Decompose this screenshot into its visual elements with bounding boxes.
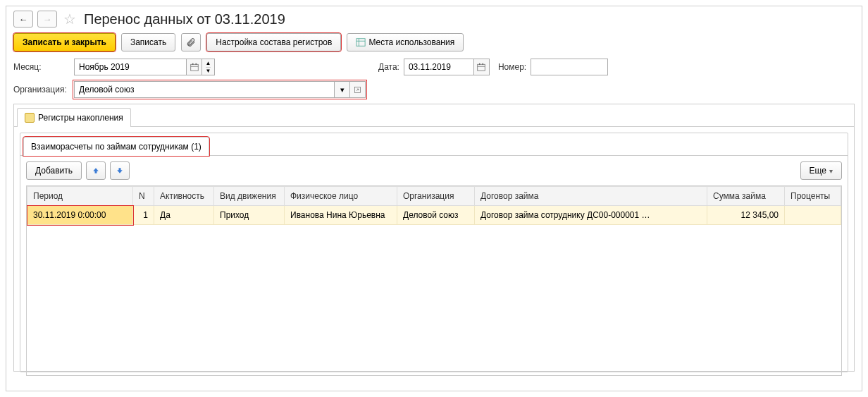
add-button[interactable]: Добавить [26,161,82,180]
col-n[interactable]: N [133,187,154,206]
data-grid[interactable]: Период N Активность Вид движения Физичес… [26,185,842,376]
save-and-close-button[interactable]: Записать и закрыть [13,33,116,51]
svg-rect-10 [483,63,484,65]
svg-rect-6 [195,63,197,65]
outer-tabs: Регистры накопления Взаиморасчеты по зай… [13,104,855,372]
cell-n[interactable]: 1 [133,206,154,225]
inner-tabs: Взаиморасчеты по займам сотрудникам (1) … [20,133,848,372]
table-row[interactable]: 30.11.2019 0:00:00 1 Да Приход Иванова Н… [27,206,841,225]
move-up-button[interactable] [86,161,106,180]
cell-active[interactable]: Да [154,206,214,225]
svg-rect-0 [356,39,365,47]
open-icon[interactable] [350,81,366,98]
svg-rect-3 [190,64,198,71]
org-input-wrap: ▾ [74,81,366,98]
col-sum[interactable]: Сумма займа [707,187,785,206]
col-period[interactable]: Период [27,187,133,206]
main-toolbar: Записать и закрыть Записать Настройка со… [13,33,855,51]
number-input[interactable] [531,59,608,75]
spinner-up-icon[interactable]: ▲ [206,59,211,68]
calendar-icon[interactable] [187,59,202,75]
tab-loan-settlements[interactable]: Взаиморасчеты по займам сотрудникам (1) [23,137,209,156]
col-active[interactable]: Активность [154,187,214,206]
outer-tab-content: Взаиморасчеты по займам сотрудникам (1) … [14,127,854,378]
cell-person[interactable]: Иванова Нина Юрьевна [285,206,397,225]
register-tab-icon [25,113,35,123]
date-calendar-icon[interactable] [474,59,490,75]
org-input[interactable] [74,81,335,98]
spinner-down-icon[interactable]: ▼ [206,68,211,75]
month-label: Месяц: [13,62,70,72]
page-title: Перенос данных от 03.11.2019 [84,11,285,28]
date-label: Дата: [378,62,399,72]
dropdown-icon[interactable]: ▾ [335,81,350,98]
arrow-up-icon [92,166,100,175]
date-input[interactable] [404,59,474,75]
cell-movement[interactable]: Приход [214,206,285,225]
save-button[interactable]: Записать [121,33,175,51]
cell-contract[interactable]: Договор займа сотруднику ДС00-000001 … [475,206,707,225]
month-input[interactable] [74,59,187,75]
col-percent[interactable]: Проценты [785,187,841,206]
back-button[interactable]: ← [13,11,33,28]
month-input-wrap: ▲▼ [74,59,215,75]
outer-tab-strip: Регистры накопления [14,104,854,127]
date-input-wrap [404,59,490,75]
star-icon[interactable]: ☆ [63,12,77,26]
svg-rect-5 [192,63,194,65]
attach-button[interactable] [181,33,201,51]
table-header-row: Период N Активность Вид движения Физичес… [27,187,841,206]
month-spinner[interactable]: ▲▼ [202,59,215,75]
col-person[interactable]: Физическое лицо [285,187,397,206]
cell-percent[interactable] [785,206,841,225]
svg-rect-9 [479,63,480,65]
number-label: Номер: [498,62,526,72]
svg-rect-7 [478,64,485,71]
usages-icon [356,37,366,47]
inner-tab-strip: Взаиморасчеты по займам сотрудникам (1) [20,133,848,156]
titlebar: ← → ☆ Перенос данных от 03.11.2019 [13,11,855,28]
usages-label: Места использования [368,37,454,47]
table: Период N Активность Вид движения Физичес… [27,186,841,225]
tab-registers-label: Регистры накопления [38,113,123,123]
cell-org[interactable]: Деловой союз [397,206,475,225]
paperclip-icon [186,37,196,47]
cell-period[interactable]: 30.11.2019 0:00:00 [27,206,133,225]
arrow-down-icon [116,166,124,175]
cell-sum[interactable]: 12 345,00 [707,206,785,225]
table-toolbar: Добавить Еще [20,156,848,185]
move-down-button[interactable] [110,161,130,180]
forward-button[interactable]: → [37,11,57,28]
configure-registers-button[interactable]: Настройка состава регистров [206,33,341,51]
tab-registers[interactable]: Регистры накопления [17,108,131,127]
window: ← → ☆ Перенос данных от 03.11.2019 Запис… [6,6,862,391]
org-label: Организация: [13,85,70,94]
more-button[interactable]: Еще [800,161,842,180]
col-org[interactable]: Организация [397,187,475,206]
form-row-1: Месяц: ▲▼ Дата: Номер: [13,59,855,75]
form-row-2: Организация: ▾ [13,81,855,98]
col-contract[interactable]: Договор займа [475,187,707,206]
usages-button[interactable]: Места использования [347,33,464,51]
col-movement[interactable]: Вид движения [214,187,285,206]
tab-loan-settlements-label: Взаиморасчеты по займам сотрудникам (1) [31,142,202,152]
